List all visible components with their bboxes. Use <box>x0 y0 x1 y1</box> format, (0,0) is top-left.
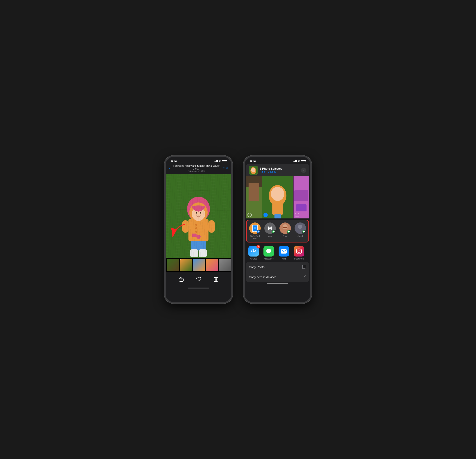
share-options-link[interactable]: Options › <box>268 170 278 173</box>
airdrop-badge <box>257 230 260 234</box>
svg-point-61 <box>300 249 301 250</box>
copy-across-icon <box>302 275 306 279</box>
svg-point-36 <box>271 187 284 201</box>
action-copy-across[interactable]: Copy across devices <box>246 272 309 282</box>
svg-rect-18 <box>191 241 199 251</box>
svg-point-57 <box>266 249 271 253</box>
svg-rect-17 <box>208 220 215 233</box>
delete-button[interactable] <box>214 277 218 282</box>
share-close-button[interactable]: ✕ <box>301 168 306 173</box>
share-photo-count: 1 Photo Selected <box>260 167 301 170</box>
svg-point-30 <box>251 168 255 172</box>
svg-point-15 <box>200 212 201 213</box>
share-app-messages[interactable]: Messages <box>263 246 275 260</box>
mail-app-label: Mail <box>282 258 286 260</box>
svg-rect-11 <box>192 234 196 238</box>
svg-rect-63 <box>303 265 306 268</box>
share-thumbnail <box>249 166 258 175</box>
status-time-right: 10:55 <box>250 159 256 162</box>
grid-photo-2[interactable]: ✓ <box>262 176 293 218</box>
svg-point-12 <box>189 203 208 222</box>
svg-point-13 <box>192 207 205 221</box>
like-button[interactable] <box>196 277 201 281</box>
thumbnail-item[interactable] <box>219 259 231 271</box>
messages-badge-anna <box>287 230 290 234</box>
signal-icon-right <box>293 160 297 162</box>
person-avatar-mum: M <box>264 222 276 234</box>
svg-point-7 <box>195 224 197 226</box>
messages-badge-mum <box>272 230 275 234</box>
wifi-icon-right: ⊛ <box>298 159 300 162</box>
svg-rect-1 <box>166 174 231 258</box>
airdrop-app-icon: 3 <box>248 246 259 256</box>
action-list: Copy Photo Copy across devices <box>246 262 309 282</box>
battery-icon <box>222 160 226 162</box>
status-time-left: 10:55 <box>170 159 177 162</box>
photo-select-circle-2[interactable]: ✓ <box>264 213 268 217</box>
scene: 10:55 ⊛ ‹ Fountains Abbey and Stud <box>157 148 319 311</box>
edit-button[interactable]: Edit <box>223 167 228 170</box>
svg-point-9 <box>195 231 197 233</box>
thumbnail-item[interactable] <box>167 259 179 271</box>
thumbnail-strip[interactable] <box>166 258 231 272</box>
people-row-container: Tim's iPad Pro M Mum <box>246 220 309 243</box>
svg-rect-19 <box>198 241 206 251</box>
people-row: Tim's iPad Pro M Mum <box>249 222 306 240</box>
nav-title-text: Fountains Abbey and Studley Royal Water … <box>172 164 221 170</box>
thumbnail-item-active[interactable] <box>180 259 192 271</box>
svg-line-2 <box>166 190 231 191</box>
child-photo-svg <box>166 174 231 258</box>
person-name-mum: Mum <box>268 235 272 238</box>
red-arrow-annotation <box>169 222 190 241</box>
right-phone: 10:55 ⊛ <box>243 156 312 303</box>
svg-point-46 <box>254 231 255 232</box>
svg-point-10 <box>196 235 201 239</box>
messages-app-label: Messages <box>264 258 274 260</box>
svg-rect-39 <box>278 214 281 218</box>
bottom-toolbar <box>166 272 231 286</box>
copy-photo-label: Copy Photo <box>249 265 264 269</box>
svg-point-14 <box>196 212 197 213</box>
instagram-app-label: Instagram <box>294 258 304 260</box>
svg-rect-24 <box>214 278 218 281</box>
chevron-left-icon: ‹ <box>169 167 170 170</box>
svg-rect-42 <box>296 205 306 212</box>
person-item-jared[interactable]: Jared <box>294 222 306 240</box>
action-copy-photo[interactable]: Copy Photo <box>246 262 309 272</box>
copy-across-label: Copy across devices <box>249 275 276 279</box>
grid-photo-3[interactable] <box>294 176 309 218</box>
svg-rect-20 <box>190 249 198 257</box>
thumbnail-item[interactable] <box>193 259 205 271</box>
share-app-airdrop[interactable]: 3 AirDrop <box>247 246 260 260</box>
svg-rect-41 <box>294 190 308 201</box>
person-item-anna[interactable]: Anna <box>279 222 291 240</box>
share-header: 1 Photo Selected Ripon Options › ✕ <box>246 164 309 176</box>
back-button[interactable]: ‹ <box>169 167 170 170</box>
svg-point-47 <box>254 227 256 229</box>
battery-icon-right <box>301 160 306 162</box>
svg-rect-33 <box>248 183 259 201</box>
status-bar-left: 10:55 ⊛ <box>166 157 231 163</box>
person-item-tims-ipad[interactable]: Tim's iPad Pro <box>249 222 261 240</box>
person-item-mum[interactable]: M Mum <box>264 222 276 240</box>
photo-grid: ✓ <box>246 176 309 218</box>
svg-line-3 <box>166 209 231 211</box>
svg-rect-59 <box>297 249 301 254</box>
status-icons-right: ⊛ <box>293 159 306 162</box>
status-icons-left: ⊛ <box>214 159 226 162</box>
photo-select-circle-1[interactable] <box>247 213 252 217</box>
airdrop-app-label: AirDrop <box>250 258 257 260</box>
svg-point-5 <box>187 197 210 221</box>
share-app-instagram[interactable]: Instagram <box>293 246 305 260</box>
share-app-mail[interactable]: Mail <box>278 246 290 260</box>
grid-photo-1[interactable] <box>246 176 262 218</box>
share-button[interactable] <box>179 277 184 282</box>
main-photo <box>166 174 231 258</box>
nav-title: Fountains Abbey and Studley Royal Water … <box>172 164 221 172</box>
person-avatar-tims-ipad <box>249 222 261 234</box>
thumbnail-item[interactable] <box>206 259 218 271</box>
photo-select-circle-3[interactable] <box>295 213 299 217</box>
svg-rect-6 <box>188 219 208 241</box>
person-name-anna: Anna <box>283 235 288 238</box>
person-name-jared: Jared <box>298 235 303 238</box>
